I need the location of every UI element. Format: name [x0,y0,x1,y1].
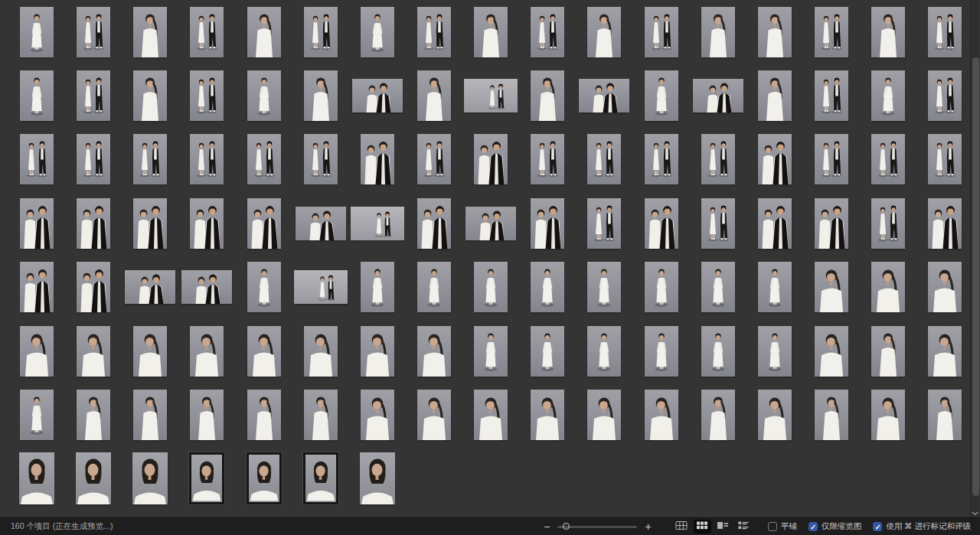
photo-thumbnail[interactable] [871,262,905,312]
photo-thumbnail[interactable] [417,70,451,121]
photo-thumbnail[interactable] [190,198,224,249]
photo-thumbnail[interactable] [531,262,564,312]
photo-thumbnail[interactable] [645,134,678,184]
photo-thumbnail[interactable] [361,262,394,312]
photo-thumbnail[interactable] [815,70,848,121]
photo-thumbnail[interactable] [645,7,678,57]
photo-thumbnail[interactable] [815,390,848,440]
photo-thumbnail[interactable] [190,7,224,57]
photo-thumbnail[interactable] [645,198,678,249]
photo-thumbnail[interactable] [928,198,962,249]
photo-thumbnail[interactable] [247,198,281,249]
photo-thumbnail[interactable] [247,326,281,377]
photo-thumbnail[interactable] [77,390,110,440]
photo-thumbnail[interactable] [417,198,451,249]
view-mode-grid-thumbnails-button[interactable] [694,520,711,533]
photo-thumbnail[interactable] [247,70,281,121]
tile-checkbox[interactable] [768,522,777,531]
photo-thumbnail[interactable] [133,326,167,377]
photo-thumbnail[interactable] [20,198,54,249]
scrollbar-thumb[interactable] [972,57,979,496]
photo-thumbnail[interactable] [294,270,348,304]
photo-thumbnail[interactable] [531,390,564,440]
photo-thumbnail[interactable] [758,134,792,184]
photo-thumbnail[interactable] [247,7,281,57]
photo-thumbnail[interactable] [20,7,54,57]
photo-thumbnail[interactable] [701,134,735,184]
photo-thumbnail[interactable] [587,134,621,184]
photo-thumbnail[interactable] [190,326,224,377]
photo-thumbnail[interactable] [77,326,110,377]
photo-thumbnail[interactable] [20,390,54,440]
photo-thumbnail[interactable] [758,326,792,377]
photo-thumbnail[interactable] [77,7,110,57]
photo-thumbnail[interactable] [77,134,110,184]
photo-thumbnail[interactable] [474,7,508,57]
photo-thumbnail[interactable] [304,70,338,121]
photo-thumbnail[interactable] [701,390,735,440]
photo-thumbnail[interactable] [871,70,905,121]
photo-thumbnail[interactable] [361,326,394,377]
photo-thumbnail[interactable] [871,390,905,440]
view-mode-list-button[interactable] [735,520,753,533]
photo-thumbnail[interactable] [76,452,111,504]
photo-thumbnail[interactable] [531,198,564,249]
zoom-out-button[interactable]: − [542,521,551,532]
photo-thumbnail[interactable] [758,198,792,249]
photo-thumbnail[interactable] [190,390,224,440]
photo-thumbnail[interactable] [19,452,54,504]
photo-thumbnail[interactable] [758,262,792,312]
photo-thumbnail[interactable] [531,134,564,184]
photo-thumbnail[interactable] [361,390,394,440]
photo-thumbnail[interactable] [20,262,54,312]
photo-thumbnail[interactable] [531,70,564,121]
photo-thumbnail[interactable] [531,7,564,57]
photo-thumbnail[interactable] [531,326,564,377]
photo-thumbnail[interactable] [928,7,962,57]
photo-thumbnail[interactable] [247,262,281,312]
photo-thumbnail[interactable] [871,198,905,249]
photo-thumbnail[interactable] [361,134,394,184]
photo-thumbnail[interactable] [133,7,167,57]
photo-thumbnail[interactable] [304,326,338,377]
photo-thumbnail[interactable] [133,198,167,249]
photo-thumbnail[interactable] [417,7,451,57]
photo-thumbnail[interactable] [579,79,629,113]
photo-thumbnail[interactable] [20,70,54,121]
photo-thumbnail[interactable] [587,262,621,312]
photo-thumbnail[interactable] [815,134,848,184]
thumbnails-only-checkbox[interactable] [808,522,818,531]
view-mode-grid-outline-button[interactable] [673,520,691,533]
photo-thumbnail[interactable] [466,207,516,240]
photo-thumbnail[interactable] [20,326,54,377]
photo-thumbnail[interactable] [474,262,508,312]
photo-thumbnail[interactable] [645,70,678,121]
scroll-down-chevron-icon[interactable] [971,511,979,516]
photo-thumbnail[interactable] [304,390,338,440]
photo-thumbnail[interactable] [474,326,508,377]
photo-thumbnail[interactable] [474,390,508,440]
photo-thumbnail[interactable] [871,134,905,184]
photo-thumbnail[interactable] [133,134,167,184]
photo-thumbnail[interactable] [77,70,110,121]
photo-thumbnail[interactable] [701,7,735,57]
photo-thumbnail[interactable] [645,262,678,312]
use-cmd-rating-checkbox[interactable] [873,522,882,531]
photo-thumbnail[interactable] [351,207,404,240]
photo-thumbnail[interactable] [701,326,735,377]
photo-thumbnail[interactable] [587,198,621,249]
photo-thumbnail[interactable] [758,7,792,57]
view-mode-content-detail-button[interactable] [714,520,732,533]
photo-thumbnail[interactable] [303,452,338,504]
photo-thumbnail[interactable] [815,262,848,312]
photo-thumbnail[interactable] [361,7,394,57]
photo-thumbnail[interactable] [928,134,962,184]
photo-thumbnail[interactable] [645,326,678,377]
photo-thumbnail[interactable] [304,7,338,57]
photo-thumbnail[interactable] [133,390,167,440]
photo-thumbnail[interactable] [474,134,508,184]
photo-thumbnail[interactable] [815,326,848,377]
photo-thumbnail[interactable] [815,198,848,249]
photo-thumbnail[interactable] [587,390,621,440]
photo-thumbnail[interactable] [190,70,224,121]
